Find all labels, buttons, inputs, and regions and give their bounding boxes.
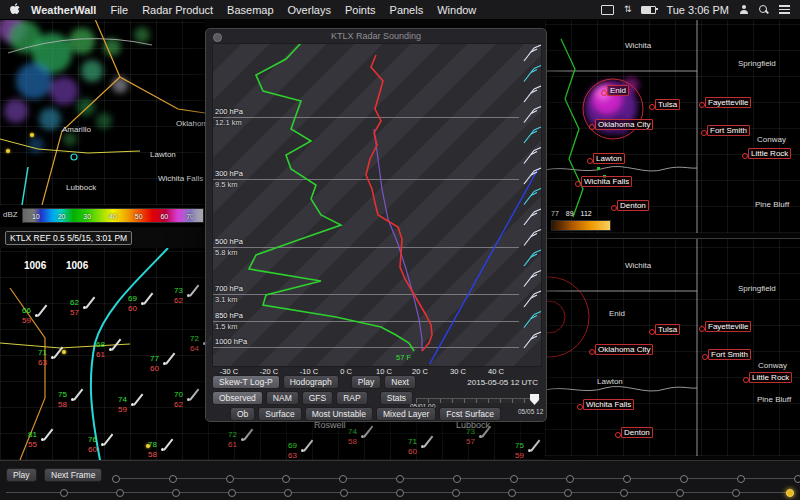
frame-dot[interactable] bbox=[737, 475, 745, 483]
city-wichita-falls: Wichita Falls bbox=[581, 176, 632, 187]
city-springfield: Springfield bbox=[738, 284, 776, 293]
front-marker bbox=[71, 154, 77, 160]
model-gfs[interactable]: GFS bbox=[302, 391, 333, 405]
station-dewpoint: 59 bbox=[22, 316, 31, 325]
frame-dot[interactable] bbox=[676, 489, 684, 497]
frame-dot[interactable] bbox=[564, 489, 572, 497]
station-temp: 71 bbox=[408, 437, 417, 446]
parcel-fcst-surface[interactable]: Fcst Surface bbox=[439, 407, 501, 421]
frame-dot[interactable] bbox=[172, 489, 180, 497]
battery-icon[interactable] bbox=[641, 6, 656, 14]
menu-item-panels[interactable]: Panels bbox=[390, 4, 424, 16]
sounding-play-button[interactable]: Play bbox=[351, 375, 382, 389]
frame-dot[interactable] bbox=[453, 475, 461, 483]
parcel-mixed-layer[interactable]: Mixed Layer bbox=[376, 407, 436, 421]
altitude-label: 3.1 km bbox=[215, 295, 238, 304]
city-oklahoma-city: Oklahoma City bbox=[595, 119, 653, 130]
station-temp: 75 bbox=[58, 390, 67, 399]
user-icon[interactable] bbox=[739, 5, 749, 15]
altitude-label: 12.1 km bbox=[215, 118, 242, 127]
frame-dot[interactable] bbox=[60, 489, 68, 497]
dbz-tick: 70 bbox=[186, 213, 194, 220]
menu-item-file[interactable]: File bbox=[110, 4, 128, 16]
station-temp: 69 bbox=[128, 294, 137, 303]
city-wichita-falls: Wichita Falls bbox=[583, 399, 634, 410]
wind-barb-icon bbox=[189, 285, 199, 297]
frame-dot[interactable] bbox=[169, 475, 177, 483]
menu-item-points[interactable]: Points bbox=[345, 4, 376, 16]
menu-item-overlays[interactable]: Overlays bbox=[288, 4, 331, 16]
frame-dot[interactable] bbox=[680, 475, 688, 483]
frame-dot[interactable] bbox=[566, 475, 574, 483]
map-bottom-right[interactable]: WichitaSpringfieldEnidTulsaFayettevilleO… bbox=[545, 238, 800, 456]
frame-dot[interactable] bbox=[282, 475, 290, 483]
station-dewpoint: 60 bbox=[408, 447, 417, 456]
frame-dot[interactable] bbox=[620, 489, 628, 497]
menu-item-radar-product[interactable]: Radar Product bbox=[142, 4, 213, 16]
pressure-gridline bbox=[213, 247, 519, 248]
sounding-next-button[interactable]: Next bbox=[384, 375, 415, 389]
radar-caption[interactable]: KTLX REF 0.5 5/5/15, 3:01 PM bbox=[5, 231, 132, 245]
frame-dot[interactable] bbox=[339, 475, 347, 483]
view-button-row: Skew-T Log-PHodographPlayNext bbox=[212, 375, 416, 389]
pressure-gridline bbox=[213, 347, 519, 348]
dbz-tick: 30 bbox=[83, 213, 91, 220]
city-fayetteville: Fayetteville bbox=[705, 321, 751, 332]
radar-map-top-right[interactable]: WichitaSpringfieldEnidTulsaFayettevilleO… bbox=[545, 19, 800, 233]
search-icon[interactable] bbox=[759, 5, 769, 15]
frame-dot[interactable] bbox=[116, 489, 124, 497]
station-dewpoint: 58 bbox=[148, 450, 157, 459]
slider-handle[interactable] bbox=[530, 394, 539, 405]
station-dewpoint: 58 bbox=[58, 400, 67, 409]
scale-colorbar bbox=[551, 220, 611, 231]
frame-dot[interactable] bbox=[508, 489, 516, 497]
pressure-value: 1006 bbox=[66, 260, 88, 271]
frame-dot[interactable] bbox=[112, 475, 120, 483]
apple-menu-icon[interactable] bbox=[10, 3, 21, 16]
pressure-gridline bbox=[213, 321, 519, 322]
frame-dot[interactable] bbox=[452, 489, 460, 497]
parcel-ob[interactable]: Ob bbox=[230, 407, 255, 421]
stats-button[interactable]: Stats bbox=[380, 391, 413, 405]
model-rap[interactable]: RAP bbox=[336, 391, 367, 405]
menu-item-window[interactable]: Window bbox=[437, 4, 476, 16]
frame-dot[interactable] bbox=[284, 489, 292, 497]
sounding-window[interactable]: KTLX Radar Sounding 200 hPa12.1 km300 hP… bbox=[205, 28, 547, 422]
station-plot: 8155 bbox=[28, 430, 58, 454]
radar-panel-ktlx[interactable]: AmarilloOklahomaLawtonWichita FallsLubbo… bbox=[0, 19, 205, 248]
frame-dot[interactable] bbox=[396, 475, 404, 483]
frame-dot[interactable] bbox=[510, 475, 518, 483]
updown-arrows-icon[interactable]: ⇅ bbox=[624, 5, 632, 14]
frame-dot[interactable] bbox=[340, 489, 348, 497]
sounding-titlebar[interactable]: KTLX Radar Sounding bbox=[206, 29, 546, 43]
current-frame-dot[interactable] bbox=[786, 489, 794, 497]
view-skew-t-log-p[interactable]: Skew-T Log-P bbox=[212, 375, 280, 389]
view-hodograph[interactable]: Hodograph bbox=[283, 375, 339, 389]
weatherwall-app: WeatherWall FileRadar ProductBasemapOver… bbox=[0, 0, 800, 500]
menu-item-basemap[interactable]: Basemap bbox=[227, 4, 273, 16]
pressure-label: 1000 hPa bbox=[215, 337, 247, 346]
frame-dot[interactable] bbox=[228, 489, 236, 497]
station-plot: 6257 bbox=[70, 298, 100, 322]
highway-line bbox=[95, 19, 205, 113]
station-plot: 7160 bbox=[408, 437, 438, 460]
frame-dot[interactable] bbox=[732, 489, 740, 497]
station-plot: 7458 bbox=[348, 427, 378, 451]
station-plot: 7760 bbox=[150, 354, 180, 378]
list-icon[interactable] bbox=[779, 5, 790, 14]
app-menu-title[interactable]: WeatherWall bbox=[31, 4, 96, 16]
frame-dot[interactable] bbox=[794, 475, 800, 483]
model-observed[interactable]: Observed bbox=[212, 391, 263, 405]
frame-dot[interactable] bbox=[623, 475, 631, 483]
station-dewpoint: 63 bbox=[288, 451, 297, 460]
model-nam[interactable]: NAM bbox=[266, 391, 299, 405]
frame-dot[interactable] bbox=[226, 475, 234, 483]
menu-clock[interactable]: Tue 3:06 PM bbox=[666, 4, 729, 16]
parcel-surface[interactable]: Surface bbox=[258, 407, 301, 421]
next-frame-button[interactable]: Next Frame bbox=[44, 468, 102, 482]
radar-caption-row[interactable]: KTLX REF 0.5 5/5/15, 3:01 PM bbox=[0, 227, 205, 248]
display-icon[interactable] bbox=[601, 5, 614, 15]
frame-dot[interactable] bbox=[396, 489, 404, 497]
play-button[interactable]: Play bbox=[6, 468, 37, 482]
parcel-most-unstable[interactable]: Most Unstable bbox=[305, 407, 373, 421]
